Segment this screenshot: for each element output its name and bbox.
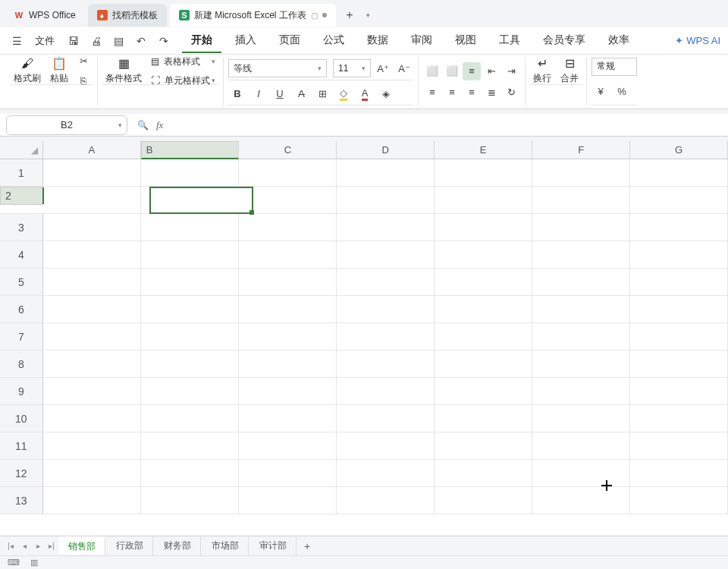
cell[interactable] <box>239 241 337 268</box>
cell[interactable] <box>43 296 141 322</box>
cell[interactable] <box>435 214 532 240</box>
cell[interactable] <box>337 487 435 514</box>
cell[interactable] <box>532 296 630 322</box>
cell[interactable] <box>239 487 337 514</box>
sheet-tab-audit[interactable]: 审计部 <box>250 537 297 555</box>
tab-tools[interactable]: 工具 <box>490 29 529 53</box>
fill-color-button[interactable]: ◇ <box>334 85 353 103</box>
cell[interactable] <box>435 460 532 486</box>
cell[interactable] <box>141 159 239 186</box>
tab-start[interactable]: 开始 <box>182 29 221 53</box>
format-painter-button[interactable]: 🖌格式刷 <box>11 55 44 87</box>
cell[interactable] <box>43 378 141 404</box>
cell[interactable] <box>141 241 239 268</box>
cell[interactable] <box>630 214 728 240</box>
cell[interactable] <box>532 432 630 459</box>
cell[interactable] <box>532 214 630 240</box>
cell[interactable] <box>239 269 337 295</box>
cell[interactable] <box>532 378 630 404</box>
decrease-font-button[interactable]: A⁻ <box>395 59 413 77</box>
sheet-tab-admin[interactable]: 行政部 <box>107 537 153 555</box>
cell[interactable] <box>141 460 239 486</box>
copy-button[interactable]: ⎘ <box>74 72 93 90</box>
paste-button[interactable]: 📋粘贴 <box>47 55 71 87</box>
font-color-button[interactable]: A <box>356 85 374 103</box>
redo-icon[interactable]: ↷ <box>155 32 173 50</box>
layout-icon[interactable]: ▥ <box>30 558 38 567</box>
cell-style-button[interactable]: ⛶单元格样式▾ <box>148 72 218 90</box>
sheet-nav-last[interactable]: ▸| <box>46 542 58 550</box>
cell[interactable] <box>43 241 141 268</box>
italic-button[interactable]: I <box>249 85 268 103</box>
cell[interactable] <box>630 296 728 322</box>
tab-page[interactable]: 页面 <box>270 29 309 53</box>
print-icon[interactable]: 🖨 <box>86 32 105 50</box>
clear-format-button[interactable]: ◈ <box>377 85 395 103</box>
spreadsheet-grid[interactable]: ◢ A B C D E F G 12345678910111213 <box>0 141 728 536</box>
cell[interactable] <box>435 187 532 213</box>
row-header[interactable]: 12 <box>0 460 43 486</box>
formula-input[interactable] <box>168 115 728 135</box>
cell[interactable] <box>532 269 630 295</box>
row-header[interactable]: 6 <box>0 296 43 322</box>
orientation-button[interactable]: ↻ <box>502 83 520 102</box>
tab-insert[interactable]: 插入 <box>226 29 265 53</box>
percent-button[interactable]: % <box>613 83 631 101</box>
cell[interactable] <box>337 460 435 486</box>
cell[interactable] <box>630 351 728 377</box>
col-header-a[interactable]: A <box>43 141 141 159</box>
cell[interactable] <box>239 296 337 322</box>
cell[interactable] <box>43 187 141 213</box>
align-center-button[interactable]: ≡ <box>443 83 461 102</box>
row-header[interactable]: 9 <box>0 378 43 404</box>
align-bottom-button[interactable]: ≡ <box>463 62 481 80</box>
print-preview-icon[interactable]: ▤ <box>109 32 127 50</box>
cell[interactable] <box>435 432 532 459</box>
cell[interactable] <box>630 432 728 459</box>
cell[interactable] <box>239 323 337 350</box>
select-all-corner[interactable]: ◢ <box>0 141 43 159</box>
search-icon[interactable]: 🔍 <box>133 120 152 130</box>
cell[interactable] <box>532 323 630 350</box>
undo-icon[interactable]: ↶ <box>132 32 150 50</box>
tab-member[interactable]: 会员专享 <box>534 29 595 53</box>
row-header[interactable]: 5 <box>0 269 43 295</box>
cell[interactable] <box>239 460 337 486</box>
cell[interactable] <box>435 159 532 186</box>
cell[interactable] <box>337 323 435 350</box>
cell[interactable] <box>435 405 532 432</box>
cell[interactable] <box>435 323 532 350</box>
row-header[interactable]: 2 <box>0 187 43 205</box>
cell[interactable] <box>532 405 630 432</box>
wps-ai-button[interactable]: ✦ WPS AI <box>675 35 720 46</box>
cond-format-button[interactable]: ▦条件格式 <box>102 55 145 87</box>
cell[interactable] <box>141 405 239 432</box>
align-middle-button[interactable]: ⬜ <box>443 62 461 80</box>
cell[interactable] <box>630 241 728 268</box>
cell[interactable] <box>239 187 337 213</box>
sheet-nav-next[interactable]: ▸ <box>32 542 44 550</box>
cell[interactable] <box>43 432 141 459</box>
cell[interactable] <box>239 432 337 459</box>
font-select[interactable]: 等线▾ <box>228 59 327 77</box>
decrease-indent-button[interactable]: ⇤ <box>482 62 500 80</box>
window-mode-icon[interactable]: ▢ <box>311 11 318 20</box>
align-justify-button[interactable]: ≣ <box>482 83 500 102</box>
cell[interactable] <box>630 323 728 350</box>
row-header[interactable]: 11 <box>0 432 43 459</box>
col-header-f[interactable]: F <box>532 141 630 159</box>
cell[interactable] <box>337 214 435 240</box>
cell[interactable] <box>630 269 728 295</box>
add-sheet-button[interactable]: + <box>298 540 316 552</box>
tab-efficiency[interactable]: 效率 <box>599 29 639 53</box>
cell[interactable] <box>337 241 435 268</box>
currency-button[interactable]: ¥ <box>592 83 610 101</box>
table-style-button[interactable]: ▤表格样式▾ <box>148 53 218 71</box>
cell[interactable] <box>141 323 239 350</box>
cell[interactable] <box>435 241 532 268</box>
cell[interactable] <box>239 351 337 377</box>
app-tab-templates[interactable]: ⬧ 找稻壳模板 <box>88 4 167 27</box>
cell[interactable] <box>532 460 630 486</box>
sheet-tab-sales[interactable]: 销售部 <box>59 536 105 555</box>
cut-button[interactable]: ✂ <box>74 52 93 71</box>
